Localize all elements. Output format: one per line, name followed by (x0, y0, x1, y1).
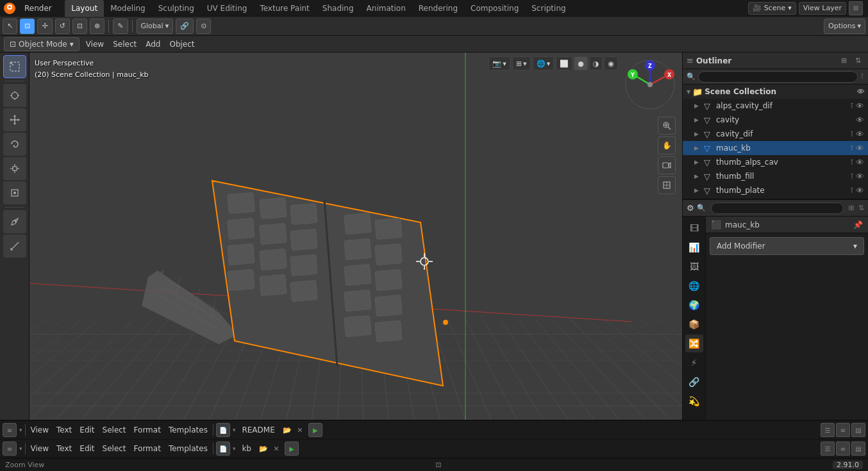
bp1-new-text-btn[interactable]: 📄 (216, 423, 230, 437)
outliner-item-thumb_alps_cav[interactable]: ▶ ▽ thumb_alps_cav ⊺ 👁 (683, 155, 868, 169)
material-btn[interactable]: ◑ (589, 56, 603, 70)
bp2-run-btn[interactable]: ▶ (285, 442, 299, 456)
scale-btn[interactable]: ⊡ (72, 19, 87, 34)
prop-tab-view-layer[interactable]: 🖼 (685, 258, 703, 276)
annotate-tool[interactable] (3, 210, 26, 233)
viewport-overlay-btn[interactable]: ⊞ (512, 56, 531, 70)
cursor-btn[interactable]: ⊡ (20, 19, 35, 34)
properties-filter-btn[interactable]: ⊞ (849, 204, 855, 212)
bp1-close-file-btn[interactable]: ✕ (294, 424, 306, 436)
eye-icon-thumb_alps_cav[interactable]: 👁 (856, 158, 864, 167)
grab-btn[interactable]: ✋ (658, 136, 676, 154)
eye-icon-alps_cavity_dif[interactable]: 👁 (856, 101, 864, 111)
header-add[interactable]: Add (143, 40, 163, 49)
bp2-view[interactable]: View (28, 444, 51, 453)
rotate-btn[interactable]: ↺ (55, 19, 70, 34)
properties-search-input[interactable] (711, 202, 844, 214)
annotations-btn[interactable]: ✎ (113, 19, 128, 34)
workspace-tab-shading[interactable]: Shading (316, 0, 360, 17)
add-modifier-btn[interactable]: Add Modifier (710, 237, 864, 255)
view-layer-label[interactable]: View Layer (799, 2, 846, 15)
outliner-item-cavity_dif[interactable]: ▶ ▽ cavity_dif ⊺ 👁 (683, 127, 868, 141)
nav-gizmo[interactable]: X Y Z (624, 59, 676, 110)
prop-tab-physics[interactable]: 🔗 (685, 373, 703, 391)
menu-render[interactable]: Render (19, 0, 60, 17)
bp1-type-dropdown[interactable] (19, 427, 22, 433)
eye-icon-cavity[interactable]: 👁 (856, 115, 864, 125)
bp2-edit[interactable]: Edit (77, 444, 97, 453)
cursor-tool[interactable] (3, 84, 26, 107)
eye-icon-mauc_kb[interactable]: 👁 (856, 144, 864, 153)
bp2-new-text-btn[interactable]: 📄 (216, 442, 230, 456)
move-btn[interactable]: ✢ (37, 19, 52, 34)
prop-tab-object[interactable]: 📦 (685, 315, 703, 333)
snap-btn[interactable]: 🔗 (176, 19, 194, 34)
proportional-edit-btn[interactable]: ⊙ (196, 19, 211, 34)
viewport-camera-btn[interactable]: 📷 (488, 56, 510, 70)
outliner-search-input[interactable] (698, 71, 858, 83)
bp1-select[interactable]: Select (100, 426, 129, 434)
rotate-tool[interactable] (3, 133, 26, 156)
prop-tab-scene[interactable]: 🌐 (685, 277, 703, 295)
workspace-tab-sculpting[interactable]: Sculpting (152, 0, 201, 17)
scene-collection-eye[interactable]: 👁 (857, 88, 864, 96)
bp2-r-icon3[interactable]: ▤ (851, 442, 865, 456)
outliner-sort-btn[interactable]: ⇅ (851, 54, 864, 67)
workspace-tab-layout[interactable]: Layout (65, 0, 104, 17)
3d-viewport[interactable]: User Perspective (20) Scene Collection |… (29, 53, 682, 420)
scale-tool[interactable] (3, 157, 26, 180)
bp1-templates[interactable]: Templates (166, 426, 210, 434)
workspace-tab-texture-paint[interactable]: Texture Paint (253, 0, 315, 17)
engine-selector[interactable]: 🎥 Scene ▾ (748, 2, 796, 15)
object-mode-selector[interactable]: ⊡ Object Mode (4, 37, 79, 51)
eye-icon-thumb_plate[interactable]: 👁 (856, 186, 864, 195)
prop-tab-constraints[interactable]: 💫 (685, 392, 703, 410)
bp2-templates[interactable]: Templates (166, 444, 210, 453)
ortho-btn[interactable] (658, 176, 676, 194)
bp1-text[interactable]: Text (54, 426, 74, 434)
bp1-text-dropdown[interactable] (233, 427, 236, 433)
select-mode-btn[interactable]: ↖ (3, 19, 17, 34)
bp2-select[interactable]: Select (100, 444, 129, 453)
bp1-edit[interactable]: Edit (77, 426, 97, 434)
bp2-r-icon2[interactable]: ≡ (836, 442, 850, 456)
workspace-tab-animation[interactable]: Animation (360, 0, 412, 17)
workspace-tab-uv-editing[interactable]: UV Editing (201, 0, 254, 17)
bp2-editor-type-btn[interactable]: ≡ (3, 442, 17, 456)
rendered-btn[interactable]: ◉ (604, 56, 618, 70)
select-box-tool[interactable] (3, 55, 26, 78)
solid-btn[interactable]: ● (574, 56, 588, 70)
prop-tab-output[interactable]: 📊 (685, 238, 703, 256)
bp1-run-btn[interactable]: ▶ (308, 423, 322, 437)
header-select[interactable]: Select (110, 40, 139, 49)
viewport-gizmo-btn[interactable]: 🌐 (533, 56, 555, 70)
outliner-item-mauc_kb[interactable]: ▶ ▽ mauc_kb ⊺ 👁 (683, 141, 868, 155)
workspace-tab-rendering[interactable]: Rendering (412, 0, 464, 17)
bp1-format[interactable]: Format (131, 426, 163, 434)
workspace-tab-modeling[interactable]: Modeling (104, 0, 152, 17)
workspace-tab-scripting[interactable]: Scripting (525, 0, 572, 17)
outliner-item-thumb_plate[interactable]: ▶ ▽ thumb_plate ⊺ 👁 (683, 183, 868, 197)
prop-tab-modifier[interactable]: 🔀 (685, 335, 703, 352)
header-view[interactable]: View (83, 40, 106, 49)
outliner-item-alps_cavity_dif[interactable]: ▶ ▽ alps_cavity_dif ⊺ 👁 (683, 99, 868, 113)
outliner-filter-btn[interactable]: ⊞ (837, 54, 850, 67)
bp2-close-file-btn[interactable]: ✕ (271, 443, 282, 454)
bp1-view[interactable]: View (28, 426, 51, 434)
wireframe-btn[interactable]: ⬜ (556, 56, 572, 70)
outliner-item-thumb_fill[interactable]: ▶ ▽ thumb_fill ⊺ 👁 (683, 169, 868, 183)
bp2-format[interactable]: Format (131, 444, 163, 453)
measure-tool[interactable] (3, 235, 26, 258)
outliner-item-cavity[interactable]: ▶ ▽ cavity 👁 (683, 113, 868, 127)
pin-icon[interactable]: 📌 (853, 220, 863, 229)
bp2-text[interactable]: Text (54, 444, 74, 453)
bp1-r-icon1[interactable]: ☰ (821, 423, 835, 437)
move-tool[interactable] (3, 108, 26, 131)
header-object[interactable]: Object (167, 40, 197, 49)
object-name[interactable]: mauc_kb (725, 220, 849, 229)
zoom-in-btn[interactable] (658, 117, 676, 135)
options-dropdown[interactable]: Options (824, 19, 865, 34)
transform-tool[interactable] (3, 181, 26, 204)
camera-view-btn[interactable] (658, 156, 676, 174)
bp2-r-icon1[interactable]: ☰ (821, 442, 835, 456)
